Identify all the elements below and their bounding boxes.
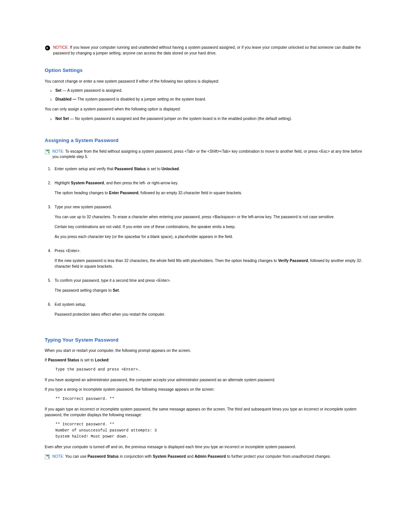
heading-option-settings: Option Settings [45,67,366,74]
list-item: Disabled — The system password is disabl… [56,97,366,102]
list-item: Press <Enter>. If the new system passwor… [53,248,366,269]
list-item: Enter system setup and verify that Passw… [53,166,366,172]
paragraph: If you again type an incorrect or incomp… [45,407,366,418]
notice-body: If you leave your computer running and u… [53,45,361,55]
document-page: NOTICE: If you leave your computer runni… [45,0,366,488]
paragraph: You cannot change or enter a new system … [45,79,366,85]
notice-label: NOTICE: [53,45,69,50]
step-detail: You can use up to 32 characters. To eras… [55,214,366,220]
list-item: Type your new system password. You can u… [53,204,366,240]
note-callout: NOTE: To escape from the field without a… [45,149,366,160]
bullet-list: Set — A system password is assigned. Dis… [45,88,366,102]
paragraph: You can only assign a system password wh… [45,107,366,112]
note-text: NOTE: You can use Password Status in con… [53,454,331,460]
step-detail: If the new system password is less than … [55,258,366,269]
note-label: NOTE: [53,149,64,153]
list-item: Highlight System Password, and then pres… [53,180,366,196]
list-item: To confirm your password, type it a seco… [53,278,366,293]
list-item: Set — A system password is assigned. [56,88,366,94]
list-item: Not Set — No system password is assigned… [56,116,366,122]
paragraph: When you start or restart your computer,… [45,348,366,354]
ordered-steps: Enter system setup and verify that Passw… [45,166,366,317]
heading-assigning-password: Assigning a System Password [45,137,366,144]
note-callout: NOTE: You can use Password Status in con… [45,454,366,460]
paragraph: Even after your computer is turned off a… [45,444,366,450]
paragraph: If Password Status is set to Locked: [45,358,366,363]
notice-callout: NOTICE: If you leave your computer runni… [45,45,366,56]
code-block: ** Incorrect password. ** [45,396,366,402]
code-block: Type the password and press <Enter>. [45,367,366,373]
list-item: Exit system setup. Password protection t… [53,302,366,317]
note-label: NOTE: [53,454,64,459]
step-detail: The password setting changes to Set. [55,288,366,293]
step-detail: The option heading changes to Enter Pass… [55,190,366,196]
note-icon [45,454,50,459]
step-detail: As you press each character key (or the … [55,234,366,240]
note-icon [45,149,50,154]
step-detail: Certain key combinations are not valid. … [55,224,366,230]
note-text: NOTE: To escape from the field without a… [53,149,366,160]
heading-typing-password: Typing Your System Password [45,336,366,344]
notice-icon [45,45,50,51]
paragraph: If you have assigned an administrator pa… [45,377,366,383]
notice-text: NOTICE: If you leave your computer runni… [53,45,366,56]
step-detail: Password protection takes effect when yo… [55,312,366,317]
code-block: ** Incorrect password. ** Number of unsu… [45,422,366,440]
bullet-list: Not Set — No system password is assigned… [45,116,366,122]
paragraph: If you type a wrong or incomplete system… [45,387,366,393]
note-body: To escape from the field without assigni… [53,149,362,159]
